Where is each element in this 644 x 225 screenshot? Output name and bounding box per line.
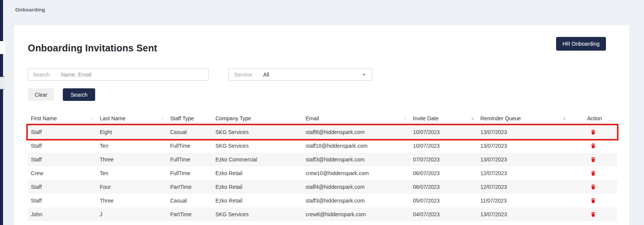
filter-buttons-row: Clear Search [28,88,615,101]
table-header-row: First Name ↑↓ Last Name ↑↓ Staff Type Co… [28,112,617,125]
onboarding-invitations-card: HR Onboarding Onboarding Invitations Sen… [14,25,629,225]
sort-icon[interactable]: ↑↓ [470,116,473,121]
delete-invitation-button[interactable] [589,197,598,204]
trash-icon [590,143,596,149]
sidebar-item-peek [0,77,5,89]
table-row[interactable]: Staff Ten FullTime SKG Services staff10@… [28,139,617,153]
column-header-staff-type: Staff Type [167,115,212,121]
delete-invitation-button[interactable] [589,128,598,136]
trash-icon [590,170,596,176]
filters-row: Search: Service: All ▾ [28,68,615,81]
search-input[interactable] [61,72,204,78]
sidebar-active-item-peek[interactable] [0,41,5,54]
table-row[interactable]: Crew Ten FullTime Ezko Retail crew10@hid… [28,166,617,180]
search-box[interactable]: Search: [28,68,209,81]
trash-icon [590,129,596,135]
delete-invitation-button[interactable] [589,142,598,150]
table-row[interactable]: Staff Three Casual Ezko Retail staff3@hi… [28,194,617,207]
column-header-email[interactable]: Email ↑↓ [303,115,410,121]
clear-button[interactable]: Clear [28,88,54,101]
hr-onboarding-button[interactable]: HR Onboarding [556,37,606,51]
sort-icon[interactable]: ↑↓ [403,116,405,121]
sort-icon[interactable]: ↑↓ [90,116,92,121]
collapsed-sidebar [0,0,3,225]
trash-icon [590,211,596,217]
delete-invitation-button[interactable] [589,211,598,218]
service-select[interactable]: Service: All ▾ [228,68,372,81]
service-label: Service: [234,72,253,78]
table-row[interactable]: Staff Eight Casual SKG Services staff8@h… [28,125,617,139]
service-selected-value: All [263,72,363,78]
column-header-first-name[interactable]: First Name ↑↓ [28,115,97,121]
breadcrumb: Onboarding [15,7,45,13]
column-header-company-type: Company Type [212,115,303,121]
search-label: Search: [33,72,51,78]
column-header-reminder-queue[interactable]: Reminder Queue ↑↓ [477,115,569,121]
table-row[interactable]: Staff Three FullTime Ezko Commercial sta… [28,153,617,166]
delete-invitation-button[interactable] [589,169,598,177]
sort-icon[interactable]: ↑↓ [562,116,564,121]
page-title: Onboarding Invitations Sent [28,43,615,53]
table-row[interactable]: John J PartTime SKG Services crew6@hidde… [28,207,617,221]
trash-icon [590,184,596,190]
search-button[interactable]: Search [63,88,95,101]
delete-invitation-button[interactable] [589,183,598,191]
trash-icon [590,156,596,163]
table-body: Staff Eight Casual SKG Services staff8@h… [28,125,617,221]
delete-invitation-button[interactable] [589,156,598,163]
column-header-invite-date[interactable]: Invite Date ↑↓ [410,115,477,121]
invitations-table: First Name ↑↓ Last Name ↑↓ Staff Type Co… [28,112,617,221]
column-header-action: Action [569,115,617,121]
trash-icon [590,198,596,204]
column-header-last-name[interactable]: Last Name ↑↓ [97,115,167,121]
chevron-down-icon: ▾ [363,72,365,77]
table-row[interactable]: Staff Four PartTime Ezko Retail staff4@h… [28,180,617,194]
sort-icon[interactable]: ↑↓ [160,116,163,121]
